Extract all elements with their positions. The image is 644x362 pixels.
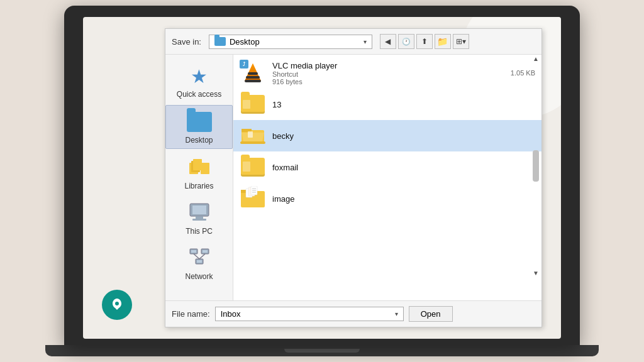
sidebar-label-desktop: Desktop: [185, 136, 213, 145]
views-icon: ⊞▾: [456, 37, 466, 46]
svg-rect-8: [192, 219, 206, 221]
vlc-name: VLC media player: [272, 61, 337, 70]
vlc-file-info: VLC media player Shortcut 916 bytes: [272, 61, 337, 85]
sidebar-item-network[interactable]: Network: [165, 242, 233, 285]
up-icon: ⬆: [421, 37, 428, 46]
dialog-header: Save in: Desktop ▾ ◀ 🕐: [165, 29, 541, 55]
file-item-foxmail[interactable]: foxmail: [233, 151, 541, 183]
svg-rect-21: [245, 80, 261, 82]
this-pc-icon: [187, 200, 212, 226]
folder-13-name: 13: [272, 100, 281, 109]
file-item-image[interactable]: image: [233, 183, 541, 214]
quick-access-icon: ★: [187, 63, 212, 89]
file-item-vlc[interactable]: ⤴: [233, 57, 541, 89]
sidebar-label-this-pc: This PC: [186, 227, 213, 236]
svg-rect-25: [240, 141, 265, 144]
vlc-icon-area: ⤴: [240, 60, 266, 86]
filename-input-wrapper[interactable]: Inbox ▾: [215, 307, 404, 321]
toolbar-buttons: ◀ 🕐 ⬆ 📁 ⊞▾: [380, 34, 469, 49]
svg-point-0: [115, 302, 119, 305]
recording-icon: [102, 290, 132, 320]
sidebar: ★ Quick access Desktop: [165, 55, 233, 300]
svg-rect-10: [191, 250, 196, 253]
folder-foxmail-info: foxmail: [272, 163, 298, 172]
back-button[interactable]: ◀: [380, 34, 396, 49]
libraries-icon: [187, 155, 212, 180]
folder-13-icon-area: [240, 91, 266, 118]
new-folder-icon: 📁: [437, 36, 448, 47]
sidebar-item-quick-access[interactable]: ★ Quick access: [165, 60, 233, 102]
folder-image-info: image: [272, 194, 294, 204]
dropdown-arrow-icon: ▾: [364, 38, 367, 45]
forward-button[interactable]: 🕐: [398, 34, 414, 49]
up-button[interactable]: ⬆: [416, 34, 433, 49]
folder-becky-name: becky: [272, 131, 294, 141]
folder-icon: [214, 37, 226, 46]
svg-rect-4: [201, 163, 209, 174]
file-list[interactable]: ⤴: [233, 55, 541, 300]
svg-rect-6: [192, 206, 206, 214]
sidebar-item-this-pc[interactable]: This PC: [165, 197, 233, 239]
filename-dropdown-arrow-icon[interactable]: ▾: [395, 310, 398, 317]
folder-image-icon-area: [240, 185, 266, 212]
svg-rect-12: [203, 250, 208, 253]
sidebar-item-desktop[interactable]: Desktop: [165, 105, 233, 149]
folder-13-info: 13: [272, 100, 281, 109]
vlc-size-display: 1.05 KB: [511, 69, 535, 77]
network-icon: [187, 246, 212, 271]
laptop-notch: [284, 349, 360, 353]
history-icon: 🕐: [402, 38, 411, 46]
dialog-footer: File name: Inbox ▾ Open: [165, 300, 541, 327]
back-icon: ◀: [385, 37, 391, 46]
filename-label: File name:: [172, 309, 210, 319]
views-button[interactable]: ⊞▾: [453, 34, 469, 49]
folder-foxmail-name: foxmail: [272, 163, 298, 172]
folder-foxmail-icon-area: [240, 154, 266, 180]
folder-becky-info: becky: [272, 131, 294, 141]
file-item-becky[interactable]: becky: [233, 120, 541, 151]
filename-value: Inbox: [221, 309, 395, 319]
sidebar-label-libraries: Libraries: [184, 182, 213, 190]
file-item-13[interactable]: 13: [233, 89, 541, 120]
vlc-type: Shortcut: [272, 70, 337, 78]
svg-line-15: [194, 254, 199, 259]
file-open-dialog: Save in: Desktop ▾ ◀ 🕐: [165, 28, 542, 327]
folder-becky-icon-area: [240, 123, 266, 149]
svg-rect-14: [197, 260, 202, 263]
vlc-size: 916 bytes: [272, 78, 337, 85]
dialog-body: ★ Quick access Desktop: [165, 55, 541, 300]
sidebar-item-libraries[interactable]: Libraries: [165, 151, 233, 194]
svg-rect-20: [248, 72, 258, 75]
desktop-folder-icon: [187, 109, 212, 134]
open-button[interactable]: Open: [409, 306, 453, 322]
svg-rect-19: [246, 76, 260, 79]
save-in-dropdown[interactable]: Desktop ▾: [209, 35, 372, 49]
save-in-label: Save in:: [172, 37, 201, 47]
current-folder-label: Desktop: [230, 37, 260, 47]
sidebar-label-quick-access: Quick access: [177, 90, 221, 99]
new-folder-button[interactable]: 📁: [435, 34, 451, 49]
svg-rect-7: [196, 216, 203, 219]
folder-image-name: image: [272, 194, 294, 204]
svg-rect-3: [193, 159, 202, 170]
svg-rect-26: [248, 131, 253, 138]
sidebar-label-network: Network: [185, 272, 213, 281]
svg-line-16: [199, 254, 205, 259]
